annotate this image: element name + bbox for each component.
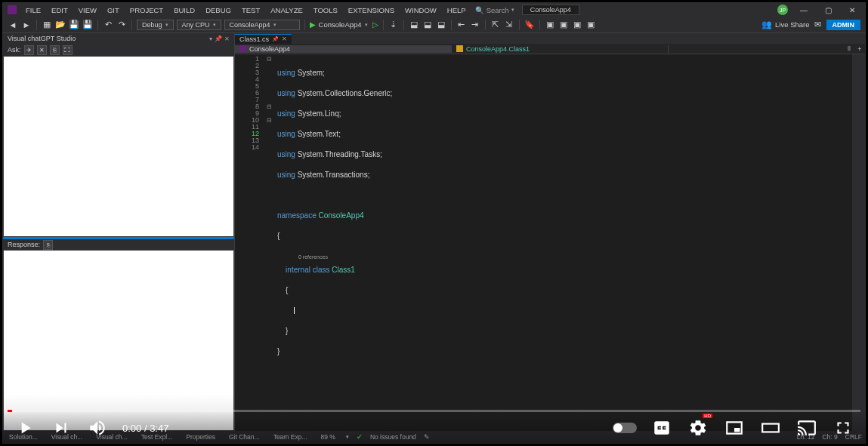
config-dropdown[interactable]: Debug [137, 20, 174, 30]
autoplay-toggle[interactable] [613, 423, 637, 433]
menu-test[interactable]: TEST [240, 6, 261, 14]
chatgpt-panel: Visual chatGPT Studio ▾ 📌 ✕ Ask: ✈ ✕ ⎘ ⛶… [3, 33, 235, 431]
tool-icon-1[interactable]: ⬓ [409, 20, 419, 30]
start-nodbg-icon[interactable]: ▷ [372, 20, 378, 29]
panel-title: Visual chatGPT Studio ▾ 📌 ✕ [3, 33, 234, 44]
step-icon[interactable]: ⇣ [388, 20, 399, 30]
response-copy-button[interactable]: ⎘ [43, 240, 53, 250]
search-box[interactable]: 🔍Search▾ [475, 6, 514, 14]
nav-class[interactable]: ConsoleApp4.Class1 [452, 45, 669, 53]
ask-send-button[interactable]: ✈ [24, 45, 34, 55]
progress-bar[interactable] [8, 410, 860, 412]
fullscreen-button[interactable] [832, 417, 854, 439]
svg-rect-0 [734, 428, 740, 432]
solution-name-badge[interactable]: ConsoleApp4 [522, 5, 579, 15]
ask-cancel-button[interactable]: ✕ [37, 45, 47, 55]
panel-dropdown-icon[interactable]: ▾ [209, 35, 212, 42]
next-button[interactable] [50, 417, 73, 439]
menu-window[interactable]: WINDOW [403, 6, 438, 14]
outdent-icon[interactable]: ⇥ [470, 20, 480, 30]
nav-project[interactable]: ConsoleApp4 [235, 45, 452, 53]
menu-analyze[interactable]: ANALYZE [269, 6, 304, 14]
menu-edit[interactable]: EDIT [50, 6, 70, 14]
nav-add-icon[interactable]: + [854, 45, 865, 53]
start-debug-icon[interactable]: ▶ [310, 20, 316, 29]
maximize-icon[interactable]: ▢ [820, 6, 836, 14]
menu-view[interactable]: VIEW [77, 6, 98, 14]
theater-button[interactable] [759, 417, 782, 439]
save-icon[interactable]: 💾 [69, 20, 79, 30]
panel-close-icon[interactable]: ✕ [224, 35, 230, 42]
bookmark-icon[interactable]: 🔖 [524, 20, 535, 30]
captions-button[interactable] [650, 417, 673, 439]
start-label[interactable]: ConsoleApp4 [319, 20, 362, 29]
ask-input[interactable] [3, 56, 234, 237]
class-icon [456, 45, 463, 52]
admin-badge: ADMIN [826, 20, 861, 30]
liveshare-label[interactable]: Live Share [775, 20, 809, 29]
cursor [294, 307, 295, 314]
response-toolbar: Response: ⎘ [3, 239, 234, 250]
volume-button[interactable] [86, 417, 109, 439]
menu-file[interactable]: FILE [24, 6, 42, 14]
menu-debug[interactable]: DEBUG [204, 6, 233, 14]
save-all-icon[interactable]: 💾 [82, 20, 93, 30]
tool-icon-3[interactable]: ⬓ [436, 20, 446, 30]
feedback-icon[interactable]: ✉ [813, 20, 823, 30]
tab-close-icon[interactable]: ✕ [282, 35, 287, 42]
menu-help[interactable]: HELP [446, 6, 468, 14]
redo-icon[interactable]: ↷ [116, 20, 127, 30]
forward-icon[interactable]: ► [21, 20, 32, 30]
tab-class1[interactable]: Class1.cs 📌 ✕ [235, 34, 292, 44]
platform-dropdown[interactable]: Any CPU [177, 20, 221, 30]
menu-git[interactable]: GIT [106, 6, 121, 14]
cast-button[interactable] [795, 417, 818, 439]
pin-icon[interactable]: 📌 [272, 36, 279, 42]
navigation-bar: ConsoleApp4 ConsoleApp4.Class1 ⫴ + [235, 44, 865, 54]
open-icon[interactable]: 📂 [55, 20, 66, 30]
code-text[interactable]: using System; using System.Collections.G… [274, 54, 854, 431]
uncomment-icon[interactable]: ⇲ [504, 20, 514, 30]
codelens[interactable]: 0 references [298, 254, 328, 260]
back-icon[interactable]: ◄ [8, 20, 18, 30]
titlebar: FILE EDIT VIEW GIT PROJECT BUILD DEBUG T… [3, 3, 865, 17]
response-output[interactable] [3, 250, 234, 431]
settings-button[interactable]: HD [687, 417, 709, 439]
visual-studio-window: FILE EDIT VIEW GIT PROJECT BUILD DEBUG T… [2, 2, 866, 444]
new-icon[interactable]: ▦ [42, 20, 52, 30]
tb-icon-c[interactable]: ▣ [572, 20, 582, 30]
user-avatar[interactable]: JP [777, 5, 788, 15]
video-controls: 0:00 / 3:47 HD [0, 410, 868, 446]
comment-icon[interactable]: ⇱ [490, 20, 501, 30]
startup-dropdown[interactable]: ConsoleApp4 [224, 20, 300, 30]
fold-gutter[interactable]: ⊟⊟⊟ [264, 54, 274, 431]
indent-icon[interactable]: ⇤ [456, 20, 467, 30]
liveshare-icon[interactable]: 👥 [761, 20, 772, 30]
menu-build[interactable]: BUILD [172, 6, 196, 14]
panel-pin-icon[interactable]: 📌 [215, 35, 222, 42]
video-time: 0:00 / 3:47 [122, 423, 168, 434]
tb-icon-d[interactable]: ▣ [585, 20, 596, 30]
search-icon: 🔍 [475, 6, 484, 14]
ask-expand-button[interactable]: ⛶ [63, 45, 73, 55]
line-numbers: 1234567891011121314 [235, 54, 264, 431]
menu-extensions[interactable]: EXTENSIONS [347, 6, 396, 14]
ask-toolbar: Ask: ✈ ✕ ⎘ ⛶ [3, 44, 234, 56]
code-area[interactable]: 1234567891011121314 ⊟⊟⊟ using System; us… [235, 54, 865, 431]
miniplayer-button[interactable] [723, 417, 746, 439]
nav-split-icon[interactable]: ⫴ [844, 45, 854, 53]
code-editor: Class1.cs 📌 ✕ ConsoleApp4 ConsoleApp4.Cl… [235, 33, 865, 431]
tb-icon-a[interactable]: ▣ [545, 20, 555, 30]
minimize-icon[interactable]: — [795, 6, 812, 14]
ask-copy-button[interactable]: ⎘ [50, 45, 60, 55]
vertical-scrollbar[interactable] [854, 54, 865, 431]
close-icon[interactable]: ✕ [844, 6, 860, 14]
undo-icon[interactable]: ↶ [103, 20, 113, 30]
tb-icon-b[interactable]: ▣ [558, 20, 569, 30]
project-icon [239, 45, 246, 52]
menu-project[interactable]: PROJECT [128, 6, 165, 14]
toolbar: ◄ ► ▦ 📂 💾 💾 ↶ ↷ Debug Any CPU ConsoleApp… [3, 17, 865, 33]
menu-tools[interactable]: TOOLS [312, 6, 339, 14]
tool-icon-2[interactable]: ⬓ [422, 20, 433, 30]
play-button[interactable] [14, 417, 36, 439]
